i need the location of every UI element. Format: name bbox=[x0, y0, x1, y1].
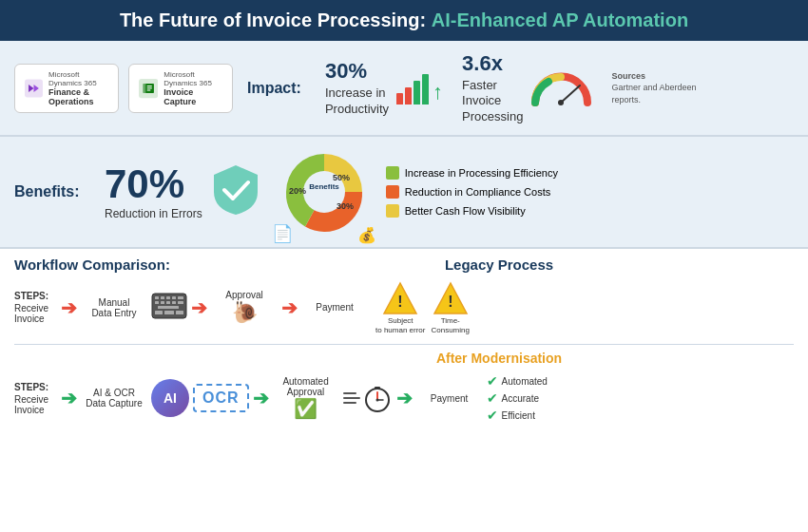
header-title-bold: The Future of Invoice Processing: bbox=[120, 10, 426, 30]
speed-text: 3.6x FasterInvoiceProcessing bbox=[462, 50, 523, 125]
manual-entry-label: ManualData Entry bbox=[91, 297, 136, 318]
svg-rect-6 bbox=[147, 86, 152, 86]
sources-box: Sources Gartner and Aberdeenreports. bbox=[611, 70, 696, 106]
svg-rect-30 bbox=[176, 311, 183, 314]
logo-invoice-name: Invoice Capture bbox=[164, 87, 222, 106]
warning-svg-2: ! bbox=[432, 280, 470, 316]
svg-rect-36 bbox=[375, 387, 380, 390]
legacy-process-title: Legacy Process bbox=[204, 256, 794, 273]
check-icon-accurate: ✔ bbox=[487, 390, 498, 406]
benefit-automated: ✔ Automated bbox=[487, 373, 548, 389]
legacy-steps-label: STEPS: bbox=[14, 291, 57, 301]
modern-steps-area: STEPS: ReceiveInvoice bbox=[14, 382, 57, 415]
donut-chart: Benefits 50% 30% 20% 📄 💰 bbox=[277, 144, 372, 239]
svg-rect-20 bbox=[172, 296, 176, 299]
legacy-approval-node: Approval 🐌 bbox=[211, 290, 278, 325]
speed-line-2 bbox=[343, 397, 360, 399]
arrow-red-1: ➔ bbox=[61, 296, 77, 319]
svg-text:!: ! bbox=[448, 294, 452, 310]
benefit-automated-label: Automated bbox=[502, 376, 548, 387]
automated-approval-label: AutomatedApproval bbox=[282, 376, 328, 397]
checkmark-icon: ✅ bbox=[294, 397, 317, 420]
speed-line-3 bbox=[343, 402, 356, 404]
benefits-section: Benefits: 70% Reduction in Errors bbox=[0, 137, 808, 249]
productivity-label: Increase inProductivity bbox=[325, 86, 389, 116]
reduction-label: Reduction in Errors bbox=[105, 207, 202, 220]
percent-box: 70% Reduction in Errors bbox=[105, 162, 262, 222]
check-icon-efficient: ✔ bbox=[487, 408, 498, 423]
modern-payment-node: Payment bbox=[416, 393, 483, 404]
check-icon-automated: ✔ bbox=[487, 373, 498, 389]
svg-rect-17 bbox=[155, 296, 159, 299]
logo-dynamics-invoice: Microsoft Dynamics 365 Invoice Capture bbox=[128, 64, 233, 113]
bar4 bbox=[422, 74, 429, 104]
keyboard-svg bbox=[151, 293, 187, 319]
modern-ai-node: AI & OCRData Capture bbox=[81, 388, 147, 408]
svg-line-9 bbox=[561, 86, 580, 103]
legacy-payment-node: Payment bbox=[301, 302, 368, 313]
logo-finance-text: Microsoft Dynamics 365 Finance & Operati… bbox=[48, 70, 108, 106]
legend-label-compliance: Reduction in Compliance Costs bbox=[405, 186, 550, 198]
bar3 bbox=[414, 81, 420, 104]
arrow-red-2: ➔ bbox=[191, 296, 207, 319]
legend-color-green bbox=[386, 166, 399, 180]
benefits-title: Benefits: bbox=[14, 183, 90, 200]
warning-time-label: Time-Consuming bbox=[431, 316, 469, 334]
modern-benefits-list: ✔ Automated ✔ Accurate ✔ Efficient bbox=[487, 373, 548, 423]
bar-chart-icon: ↑ bbox=[396, 71, 443, 104]
svg-rect-23 bbox=[161, 301, 164, 304]
main-container: The Future of Invoice Processing: AI-Enh… bbox=[0, 0, 808, 532]
legacy-workflow-row: STEPS: ReceiveInvoice ➔ ManualData Entry bbox=[14, 276, 794, 338]
sources-detail: Gartner and Aberdeenreports. bbox=[611, 83, 696, 104]
logo-invoice-text: Microsoft Dynamics 365 Invoice Capture bbox=[164, 70, 222, 106]
workflow-header-row: Workflow Comparison: Legacy Process bbox=[14, 256, 794, 273]
svg-text:!: ! bbox=[398, 294, 403, 310]
benefit-efficient: ✔ Efficient bbox=[487, 408, 548, 423]
svg-text:Benefits: Benefits bbox=[309, 182, 339, 191]
logo-dynamics-finance: Microsoft Dynamics 365 Finance & Operati… bbox=[14, 64, 119, 113]
arrow-green-3: ➔ bbox=[396, 387, 413, 409]
svg-rect-19 bbox=[166, 296, 170, 299]
stopwatch-svg bbox=[362, 383, 393, 413]
dynamics-finance-icon bbox=[25, 75, 43, 102]
ai-icon-circle: AI bbox=[151, 379, 189, 417]
svg-rect-28 bbox=[155, 311, 163, 314]
arrow-green-2: ➔ bbox=[253, 387, 269, 409]
arrow-red-3: ➔ bbox=[281, 296, 298, 319]
warning-svg-1: ! bbox=[381, 280, 419, 316]
percent-group: 70% Reduction in Errors bbox=[105, 164, 202, 220]
warning-human-error: ! Subjectto human error bbox=[375, 280, 425, 334]
legend-color-yellow bbox=[386, 204, 399, 218]
after-modernisation-title: After Modernisation bbox=[204, 351, 794, 366]
svg-rect-24 bbox=[166, 301, 170, 304]
legacy-steps-area: STEPS: ReceiveInvoice bbox=[14, 291, 57, 324]
modern-steps-label: STEPS: bbox=[14, 382, 57, 392]
svg-rect-26 bbox=[178, 301, 183, 304]
svg-point-39 bbox=[375, 399, 378, 402]
benefit-accurate: ✔ Accurate bbox=[487, 390, 548, 406]
logos-box: Microsoft Dynamics 365 Finance & Operati… bbox=[14, 64, 233, 113]
svg-rect-21 bbox=[178, 296, 183, 299]
legend-color-red bbox=[386, 185, 399, 199]
arrow-green-1: ➔ bbox=[61, 387, 77, 409]
bar2 bbox=[405, 87, 412, 104]
modern-header-row: After Modernisation bbox=[14, 351, 794, 366]
logo-ms-label2: Microsoft Dynamics 365 bbox=[164, 70, 222, 87]
svg-rect-29 bbox=[164, 311, 174, 314]
ai-capture-label: AI & OCRData Capture bbox=[86, 388, 142, 408]
workflow-section: Workflow Comparison: Legacy Process STEP… bbox=[0, 249, 808, 532]
percent-value: 70% bbox=[105, 162, 184, 206]
legend-cashflow: Better Cash Flow Visibility bbox=[386, 204, 558, 218]
shield-icon bbox=[210, 162, 262, 222]
workflow-divider bbox=[14, 344, 794, 345]
warning-icons: ! Subjectto human error ! Time-Consuming bbox=[375, 280, 470, 334]
svg-text:30%: 30% bbox=[337, 201, 354, 211]
legacy-receive-label: ReceiveInvoice bbox=[14, 303, 57, 324]
productivity-text: 30% Increase inProductivity bbox=[325, 58, 389, 117]
modern-receive-label: ReceiveInvoice bbox=[14, 394, 57, 415]
warning-human-label: Subjectto human error bbox=[375, 316, 425, 334]
header: The Future of Invoice Processing: AI-Enh… bbox=[0, 0, 808, 41]
warning-time-consuming: ! Time-Consuming bbox=[431, 280, 469, 334]
legend-compliance: Reduction in Compliance Costs bbox=[386, 185, 558, 199]
svg-text:50%: 50% bbox=[333, 173, 350, 182]
